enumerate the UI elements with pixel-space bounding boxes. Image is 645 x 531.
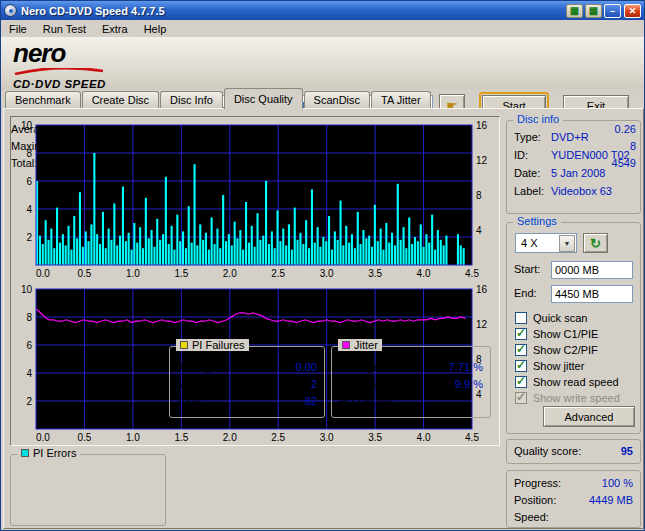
svg-text:12: 12 [476, 319, 488, 330]
progress-box: Progress:100 % Position:4449 MB Speed: [506, 470, 641, 528]
checkbox-label: Show C2/PIF [533, 344, 598, 356]
checkbox-icon[interactable] [515, 360, 527, 372]
menu-bar: File Run Test Extra Help [1, 20, 644, 37]
svg-text:6: 6 [26, 176, 32, 187]
capture-icon: ▦ [589, 5, 598, 16]
stat-value: 4549 [612, 157, 636, 169]
tab-disc-info[interactable]: Disc Info [160, 91, 223, 109]
tab-create-disc[interactable]: Create Disc [82, 91, 159, 109]
menu-help[interactable]: Help [136, 22, 175, 36]
svg-text:3.5: 3.5 [368, 268, 382, 279]
progress-value: 100 % [602, 477, 633, 489]
svg-text:2: 2 [26, 396, 32, 407]
jitter-color-swatch [342, 341, 350, 349]
pi-failures-stats: PI Failures Average:0.00 Maximum:2 Total… [169, 346, 325, 418]
svg-text:4.0: 4.0 [417, 432, 431, 443]
title-bar: Nero CD-DVD Speed 4.7.7.5 ▦ ▦ – ✕ [1, 1, 644, 20]
stat-label: Average: [177, 361, 221, 373]
svg-text:0.0: 0.0 [36, 268, 50, 279]
checkbox-icon[interactable] [515, 328, 527, 340]
app-window: Nero CD-DVD Speed 4.7.7.5 ▦ ▦ – ✕ File R… [0, 0, 645, 531]
capture-region-button[interactable]: ▦ [585, 4, 602, 18]
refresh-button[interactable]: ↻ [583, 233, 608, 253]
svg-text:1.5: 1.5 [174, 432, 188, 443]
position-value: 4449 MB [589, 494, 633, 506]
svg-text:4: 4 [26, 368, 32, 379]
minimize-icon: – [610, 6, 615, 16]
speed-select[interactable]: 4 X ▼ [515, 233, 577, 253]
settings-title: Settings [513, 215, 561, 227]
svg-text:2.5: 2.5 [271, 268, 285, 279]
quality-score-value: 95 [621, 445, 633, 457]
checkbox-icon[interactable] [515, 376, 527, 388]
start-position-label: Start: [514, 263, 540, 275]
tab-disc-quality[interactable]: Disc Quality [224, 88, 303, 109]
capture-window-button[interactable]: ▦ [566, 4, 583, 18]
tab-scandisc[interactable]: ScanDisc [304, 91, 370, 109]
stat-label: Average: [11, 123, 55, 135]
stat-value: 2 [311, 378, 317, 390]
checkbox-icon[interactable] [515, 344, 527, 356]
stat-value: 82 [305, 395, 317, 407]
minimize-button[interactable]: – [604, 4, 621, 18]
checkbox-show-write-speed: Show write speed [515, 391, 636, 405]
checkbox-label: Show read speed [533, 376, 619, 388]
svg-text:4: 4 [476, 225, 482, 236]
menu-file[interactable]: File [1, 22, 35, 36]
stat-value: 0.00 [296, 361, 317, 373]
pie-color-swatch [21, 449, 29, 457]
settings-group: Settings 4 X ▼ ↻ Start: End: Quick scan … [506, 222, 641, 434]
pi-failures-title: PI Failures [176, 339, 249, 351]
checkbox-label: Show jitter [533, 360, 584, 372]
nero-wordmark: nero [13, 41, 163, 65]
checkbox-icon[interactable] [515, 312, 527, 324]
checkbox-label: Show C1/PIE [533, 328, 598, 340]
checkbox-show-jitter[interactable]: Show jitter [515, 359, 636, 373]
checkbox-show-c1-pie[interactable]: Show C1/PIE [515, 327, 636, 341]
svg-text:3.0: 3.0 [320, 432, 334, 443]
nero-logo: nero CD·DVD SPEED [13, 41, 163, 90]
tab-strip: Benchmark Create Disc Disc Info Disc Qua… [5, 89, 432, 109]
header: nero CD·DVD SPEED [0:2] LITE-ON DVDRW LH… [1, 37, 644, 89]
stat-value: 7.71 % [449, 361, 483, 373]
start-position-field[interactable] [551, 261, 633, 279]
svg-text:2.0: 2.0 [223, 268, 237, 279]
tab-ta-jitter[interactable]: TA Jitter [371, 91, 431, 109]
jitter-title: Jitter [338, 339, 382, 351]
svg-text:1.0: 1.0 [126, 432, 140, 443]
jitter-stats: Jitter Average:7.71 % Maximum:9.9 % PO f… [331, 346, 491, 418]
svg-text:0.0: 0.0 [36, 432, 50, 443]
stat-label: Total: [177, 395, 203, 407]
checkbox-label: Quick scan [533, 312, 587, 324]
checkbox-quick-scan[interactable]: Quick scan [515, 311, 636, 325]
disc-quality-page: 1086421612840.00.51.01.52.02.53.03.54.04… [3, 108, 644, 529]
svg-text:1.5: 1.5 [174, 268, 188, 279]
stat-label: PO failures: [339, 395, 396, 407]
stat-value: 8 [630, 140, 636, 152]
svg-text:8: 8 [26, 312, 32, 323]
svg-text:1.0: 1.0 [126, 268, 140, 279]
stat-value: 9.9 % [455, 378, 483, 390]
tab-benchmark[interactable]: Benchmark [5, 91, 81, 109]
advanced-button[interactable]: Advanced [543, 406, 635, 427]
menu-run-test[interactable]: Run Test [35, 22, 94, 36]
chevron-down-icon[interactable]: ▼ [559, 235, 575, 252]
speed-label: Speed: [514, 511, 549, 523]
svg-text:2: 2 [26, 232, 32, 243]
checkbox-show-c2-pif[interactable]: Show C2/PIF [515, 343, 636, 357]
refresh-icon: ↻ [590, 236, 601, 251]
svg-text:2.0: 2.0 [223, 432, 237, 443]
svg-text:6: 6 [26, 340, 32, 351]
stat-value: 0.26 [615, 123, 636, 135]
checkbox-label: Show write speed [533, 392, 620, 404]
close-button[interactable]: ✕ [624, 4, 641, 18]
svg-text:10: 10 [21, 284, 33, 295]
svg-text:4.5: 4.5 [465, 268, 479, 279]
svg-text:0.5: 0.5 [77, 268, 91, 279]
menu-extra[interactable]: Extra [94, 22, 136, 36]
checkbox-show-read-speed[interactable]: Show read speed [515, 375, 636, 389]
end-position-field[interactable] [551, 285, 633, 303]
pif-color-swatch [180, 341, 188, 349]
stat-label: Maximum: [339, 378, 390, 390]
pi-errors-title: PI Errors [17, 447, 80, 459]
